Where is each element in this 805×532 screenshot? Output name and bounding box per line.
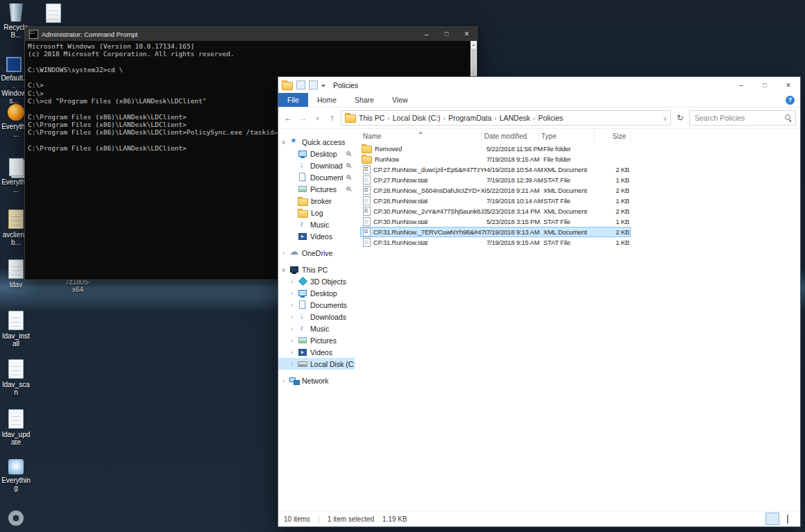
desktop-icon-ldav-scan[interactable]: ldav_scan [1, 359, 31, 396]
back-button[interactable] [282, 112, 294, 124]
scroll-up-icon[interactable] [471, 41, 477, 47]
file-row-removed[interactable]: Removed5/22/2018 11:56 PMFile folder [360, 144, 631, 154]
xml-file-icon [363, 207, 371, 216]
up-button[interactable] [326, 112, 338, 124]
nav-item-pictures[interactable]: Pictures [278, 183, 355, 195]
tab-view[interactable]: View [383, 93, 417, 107]
maximize-button[interactable] [437, 27, 457, 41]
nav-item-pictures[interactable]: ›Pictures [278, 334, 355, 346]
nav-item-onedrive[interactable]: ›OneDrive [278, 247, 355, 259]
close-button[interactable] [777, 77, 800, 93]
file-row-cp-27-runnow-duwcjz[interactable]: CP.27.RunNow._duwcjzil+Ep5&#47TzYKy...4/… [360, 164, 631, 175]
desktop-icon-default-windows[interactable]: Default... Windows... [0, 57, 28, 105]
chevron-right-icon[interactable]: › [289, 314, 295, 320]
nav-item-desktop[interactable]: Desktop [278, 148, 355, 160]
nav-item-label: Documents [310, 301, 347, 309]
thumbnail-view-button[interactable] [781, 513, 795, 525]
nav-item-broker[interactable]: broker [278, 195, 355, 207]
refresh-icon[interactable] [674, 112, 686, 124]
close-button[interactable] [457, 27, 477, 41]
breadcrumb-item-landesk[interactable]: LANDesk [500, 114, 530, 122]
cmd-titlebar[interactable]: Administrator: Command Prompt [25, 27, 477, 41]
qat-button-icon[interactable] [296, 80, 305, 89]
chevron-right-icon[interactable]: › [289, 349, 295, 356]
file-row-cp-31-runnow-stat[interactable]: CP.31.RunNow.stat7/19/2018 9:15 AMSTAT F… [360, 237, 631, 248]
file-row-cp-28-runnow-stat[interactable]: CP.28.RunNow.stat7/19/2018 10:14 AMSTAT … [360, 196, 631, 206]
sort-ascending-icon [418, 131, 423, 134]
file-date-modified: 7/19/2018 12:39 AM [486, 176, 543, 184]
documents-icon [298, 173, 307, 182]
nav-item-downloads[interactable]: Downloads [278, 160, 355, 171]
qat-customize-dropdown-icon[interactable] [321, 85, 325, 87]
tab-home[interactable]: Home [308, 93, 346, 107]
nav-item-desktop[interactable]: ›Desktop [278, 287, 355, 299]
forward-button[interactable] [297, 112, 309, 124]
nav-item-documents[interactable]: ›Documents [278, 299, 355, 311]
cmd-title: Administrator: Command Prompt [42, 31, 137, 38]
file-row-cp-27-runnow-stat[interactable]: CP.27.RunNow.stat7/19/2018 12:39 AMSTAT … [360, 175, 631, 185]
details-view-button[interactable] [765, 513, 779, 525]
nav-item-local-disk-c[interactable]: ›Local Disk (C:) [278, 358, 355, 370]
breadcrumb-item-programdata[interactable]: ProgramData [448, 114, 491, 122]
recent-locations-dropdown-icon[interactable] [312, 112, 323, 124]
file-row-cp-30-runnow-2vy-4[interactable]: CP.30.RunNow._2vY&#477Shj5aunk8J3Ta...5/… [360, 206, 631, 216]
chevron-right-icon[interactable]: › [289, 361, 295, 368]
chevron-right-icon[interactable]: › [280, 377, 287, 384]
chevron-down-icon[interactable]: ∨ [280, 139, 287, 146]
file-row-cp-31-runnow-7ervcu[interactable]: CP.31.RunNow._7ERVCuwNYh98&#47tH...7/19/… [360, 227, 631, 237]
column-header-date-modified[interactable]: Date modified [482, 130, 539, 142]
nav-item-music[interactable]: Music [278, 218, 355, 230]
chevron-down-icon[interactable]: ∨ [280, 266, 287, 273]
desktop-icon-ldav-update[interactable]: ldav_update [1, 409, 31, 446]
nav-item-log[interactable]: Log [278, 207, 355, 218]
nav-item-this-pc[interactable]: ∨This PC [278, 264, 355, 275]
desktop-icon-top-document[interactable] [39, 3, 68, 25]
file-row-cp-28-runnow-s604ns[interactable]: CP.28.RunNow._S604nsDahJIcIZYD+Xiuj4...5… [360, 185, 631, 196]
file-size: 1 KB [599, 176, 634, 184]
file-date-modified: 7/19/2018 10:14 AM [486, 197, 543, 205]
nav-item-network[interactable]: ›Network [278, 375, 355, 386]
chevron-right-icon[interactable]: › [280, 250, 287, 257]
chevron-right-icon[interactable]: › [289, 337, 295, 344]
desktop-icon [298, 149, 307, 158]
file-row-cp-30-runnow-stat[interactable]: CP.30.RunNow.stat5/23/2018 3:15 PMSTAT F… [360, 216, 631, 227]
chevron-right-icon[interactable]: › [289, 278, 295, 285]
tab-share[interactable]: Share [346, 93, 383, 107]
column-header-size[interactable]: Size [595, 130, 632, 142]
nav-item-music[interactable]: ›Music [278, 323, 355, 334]
nav-item-videos[interactable]: ›Videos [278, 346, 355, 358]
explorer-titlebar[interactable]: Policies [278, 77, 800, 93]
breadcrumb-item-local-disk-c[interactable]: Local Disk (C:) [393, 114, 441, 122]
chevron-right-icon[interactable]: › [289, 325, 295, 332]
file-name-cell: CP.30.RunNow.stat [360, 217, 486, 226]
chevron-right-icon[interactable]: › [289, 302, 295, 309]
nav-item-videos[interactable]: Videos [278, 230, 355, 242]
search-box[interactable] [689, 110, 796, 126]
nav-item-quick-access[interactable]: ∨Quick access [278, 136, 355, 148]
minimize-button[interactable] [416, 27, 437, 41]
nav-item-documents[interactable]: Documents [278, 171, 355, 183]
column-header-type[interactable]: Type [539, 130, 594, 142]
terminal-line: (c) 2018 Microsoft Corporation. All righ… [28, 50, 468, 58]
file-file-icon [363, 196, 371, 205]
qat-button2-icon[interactable] [309, 80, 318, 89]
nav-item-downloads[interactable]: ›Downloads [278, 311, 355, 323]
tab-file[interactable]: File [278, 93, 308, 107]
breadcrumb-item-policies[interactable]: Policies [538, 114, 563, 122]
breadcrumb-item-this-pc[interactable]: This PC [359, 114, 384, 122]
minimize-button[interactable] [729, 77, 753, 93]
file-date-modified: 7/19/2018 9:15 AM [486, 155, 543, 163]
desktop-icon-ldav-install[interactable]: ldav_install [1, 311, 31, 347]
chevron-right-icon[interactable]: › [289, 290, 295, 297]
desktop-icon-bottom-icon[interactable] [1, 510, 31, 528]
file-type: File folder [543, 155, 599, 163]
file-row-runnow[interactable]: RunNow7/19/2018 9:15 AMFile folder [360, 154, 631, 164]
maximize-button[interactable] [753, 77, 777, 93]
search-input[interactable] [693, 113, 782, 123]
nav-item-3d-objects[interactable]: ›3D Objects [278, 275, 355, 287]
breadcrumb[interactable]: This PC›Local Disk (C:)›ProgramData›LAND… [341, 110, 671, 126]
column-header-name[interactable]: Name [360, 130, 482, 142]
help-icon[interactable] [786, 96, 795, 105]
desktop-icon-everything-2[interactable]: Everything [1, 459, 31, 492]
address-dropdown-icon[interactable] [663, 114, 667, 122]
